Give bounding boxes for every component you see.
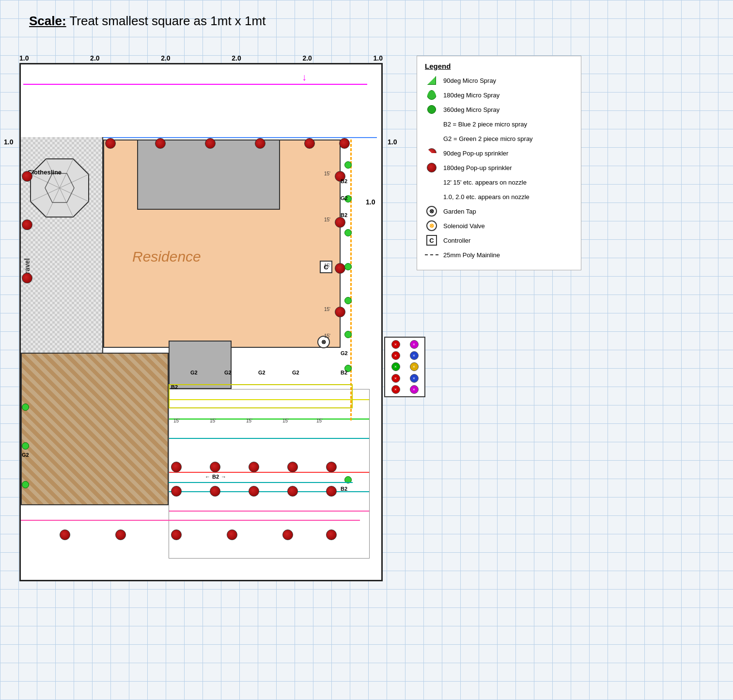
scale-label: Scale:: [29, 14, 66, 28]
legend-label-360-spray: 360deg Micro Spray: [443, 106, 499, 113]
legend-icon-mainline: [425, 249, 438, 260]
legend-item-controller: C Controller: [425, 235, 573, 246]
green-spray-r1: [344, 161, 352, 169]
lawn-main: [169, 389, 370, 559]
legend-item-g2: G2 = Green 2 piece micro spray: [425, 133, 573, 144]
legend-icon-solenoid: ⊗: [425, 220, 438, 231]
b2-arrow-indicator: ←B2→: [205, 474, 226, 480]
legend-label-mainline: 25mm Poly Mainline: [443, 251, 500, 259]
sprinkler-top-4: [255, 138, 265, 149]
green-spray-r4: [344, 263, 352, 270]
sprinkler-bot-row2-5: [326, 486, 337, 497]
dim-right-1: 1.0: [366, 198, 375, 206]
magenta-arrow-down: ↓: [302, 72, 307, 83]
dim-top-2: 2.0: [90, 54, 99, 62]
legend-icon-nozzle-mt: [425, 191, 438, 202]
legend-item-mainline: 25mm Poly Mainline: [425, 249, 573, 260]
b2-label-4: B2: [341, 486, 347, 492]
zone-line-green-1: [169, 419, 369, 420]
dim-top-5: 2.0: [302, 54, 312, 62]
sprinkler-bot-row2-1: [171, 486, 182, 497]
g2-label-6: G2: [292, 370, 299, 375]
legend-item-90-popup: 90deg Pop-up sprinkler: [425, 148, 573, 158]
legend-icon-g2: [425, 133, 438, 144]
legend-icon-180-popup: [425, 162, 438, 173]
sprinkler-right-2: [335, 217, 345, 228]
sprinkler-bot-row2-2: [210, 486, 220, 497]
zone-circle-5: ×: [391, 362, 400, 371]
legend-label-b2: B2 = Blue 2 piece micro spray: [443, 121, 527, 128]
magenta-boundary-line: [23, 84, 367, 85]
green-spray-r3: [344, 229, 352, 236]
g2-label-3: G2: [190, 370, 198, 375]
zone-line-red-1: [169, 472, 369, 473]
legend-item-360-spray: 360deg Micro Spray: [425, 104, 573, 115]
legend-label-180-spray: 180deg Micro Spray: [443, 92, 499, 99]
residence-label: Residence: [132, 249, 201, 265]
green-spray-l3: [22, 481, 29, 488]
legend-icon-tap: ⊗: [425, 206, 438, 217]
sprinkler-bot-row1-2: [210, 462, 220, 472]
g2-label-1: G2: [341, 195, 348, 201]
sprinkler-top-1: [105, 138, 116, 149]
sprinkler-top-3: [205, 138, 216, 149]
legend-item-tap: ⊗ Garden Tap: [425, 206, 573, 217]
yellow-border-rect: [169, 384, 353, 408]
legend-item-nozzle-mt: 1.0, 2.0 etc. appears on nozzle: [425, 191, 573, 202]
legend-item-nozzle-ft: 12' 15' etc. appears on nozzle: [425, 177, 573, 187]
legend-label-90-popup: 90deg Pop-up sprinkler: [443, 150, 508, 157]
paving-area: [21, 353, 169, 505]
b2-label-3: B2: [341, 370, 347, 375]
legend-icon-180-spray: [425, 90, 438, 100]
sprinkler-top-5: [304, 138, 315, 149]
legend-label-g2: G2 = Green 2 piece micro spray: [443, 135, 533, 142]
legend-label-nozzle-mt: 1.0, 2.0 etc. appears on nozzle: [443, 193, 530, 201]
green-spray-r5: [344, 297, 352, 304]
legend-label-90-spray: 90deg Micro Spray: [443, 77, 496, 84]
sprinkler-left-1: [22, 171, 32, 182]
zone-circle-7: ×: [391, 374, 400, 383]
dist-label-r5: 15': [324, 333, 330, 339]
legend-title: Legend: [425, 62, 573, 70]
dist-label-r1: 15': [324, 171, 330, 176]
main-container: Scale: Treat smallest square as 1mt x 1m…: [0, 0, 733, 700]
zone-summary-box: × × × × × × × × × ×: [384, 337, 425, 397]
clothesline-octagon: [26, 154, 94, 222]
zone-line-cyan-2: [169, 491, 369, 492]
dim-top-row: 1.0 2.0 2.0 2.0 2.0 1.0: [19, 54, 383, 62]
dist-label-r4: 15': [324, 307, 330, 312]
legend-icon-controller: C: [425, 235, 438, 246]
legend-icon-360-spray: [425, 104, 438, 115]
zone-circle-6: ×: [410, 362, 419, 371]
plan-border: ↓ Gravel Clothesline Residence: [19, 63, 383, 581]
legend-item-180-popup: 180deg Pop-up sprinkler: [425, 162, 573, 173]
legend-icon-nozzle-ft: [425, 177, 438, 187]
legend-label-nozzle-ft: 12' 15' etc. appears on nozzle: [443, 179, 527, 186]
g2-label-4: G2: [224, 370, 232, 375]
clothesline-label: Clothesline: [28, 169, 62, 176]
g2-label-7: G2: [22, 452, 29, 458]
zone-circle-9: ×: [391, 385, 400, 394]
cyan-line: [169, 482, 353, 483]
dist-label-bot3: 15': [246, 418, 252, 423]
sprinkler-bot-row1-3: [249, 462, 259, 472]
sprinkler-bot-row1-4: [287, 462, 298, 472]
legend-panel: Legend 90deg Micro Spray 180deg Micro Sp…: [417, 56, 581, 270]
green-spray-l1: [22, 404, 29, 411]
residence-notch: [169, 341, 232, 389]
dist-label-bot2: 15': [210, 418, 216, 423]
dist-label-bot5: 15': [316, 418, 323, 423]
sprinkler-vbot-4: [227, 529, 237, 540]
dim-top-1: 1.0: [19, 54, 29, 62]
sprinkler-top-2: [155, 138, 166, 149]
g2-label-2: G2: [341, 350, 348, 356]
dist-label-r3: 15': [324, 263, 330, 268]
zone-line-cyan-1: [169, 438, 369, 439]
zone-circle-10: ×: [410, 385, 419, 394]
dim-top-4: 2.0: [232, 54, 241, 62]
sprinkler-vbot-1: [60, 529, 70, 540]
sprinkler-right-3: [335, 263, 345, 274]
sprinkler-bot-row2-3: [249, 486, 259, 497]
sprinkler-left-3: [22, 273, 32, 283]
residence-top-gray: [137, 140, 280, 210]
